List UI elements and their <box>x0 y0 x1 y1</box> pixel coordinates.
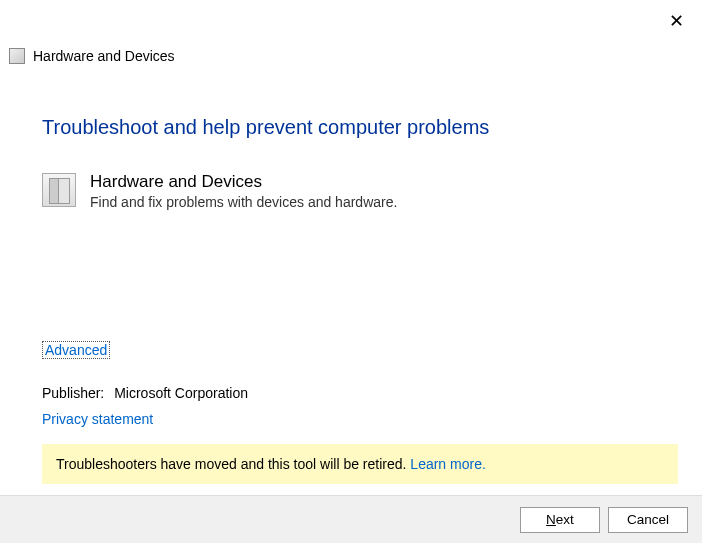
window-header: Hardware and Devices <box>0 0 702 64</box>
troubleshooter-item: Hardware and Devices Find and fix proble… <box>42 171 660 213</box>
privacy-link[interactable]: Privacy statement <box>42 411 153 427</box>
troubleshooter-icon <box>9 48 25 64</box>
dialog-footer: Next Cancel <box>0 495 702 543</box>
learn-more-link[interactable]: Learn more. <box>410 456 485 472</box>
page-heading: Troubleshoot and help prevent computer p… <box>42 116 660 139</box>
publisher-row: Publisher: Microsoft Corporation <box>42 385 660 401</box>
advanced-link[interactable]: Advanced <box>42 341 110 359</box>
banner-text: Troubleshooters have moved and this tool… <box>56 456 410 472</box>
troubleshooter-subtitle: Find and fix problems with devices and h… <box>90 193 397 213</box>
content-area: Troubleshoot and help prevent computer p… <box>0 64 702 484</box>
window-title: Hardware and Devices <box>33 48 175 64</box>
publisher-value: Microsoft Corporation <box>114 385 248 401</box>
close-icon[interactable]: ✕ <box>669 12 684 30</box>
publisher-label: Publisher: <box>42 385 104 401</box>
info-banner: Troubleshooters have moved and this tool… <box>42 444 678 484</box>
troubleshooter-title: Hardware and Devices <box>90 171 397 193</box>
cancel-button[interactable]: Cancel <box>608 507 688 533</box>
hardware-icon <box>42 173 76 207</box>
next-button[interactable]: Next <box>520 507 600 533</box>
